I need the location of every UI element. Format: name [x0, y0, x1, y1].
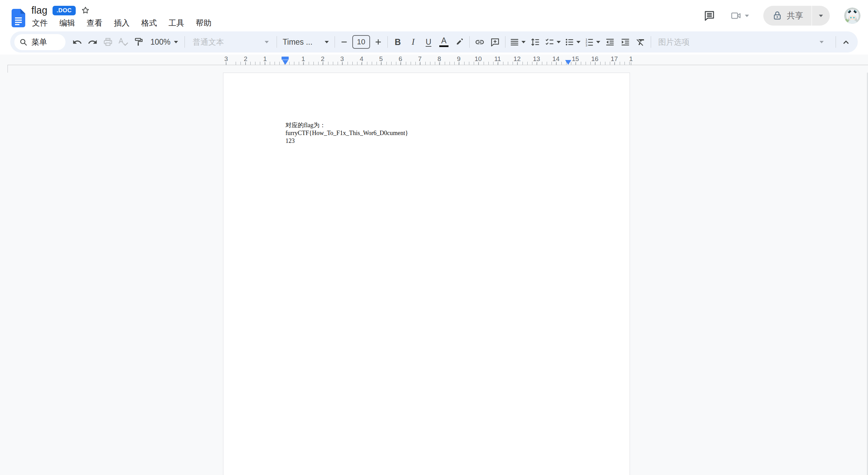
left-indent-triangle[interactable]	[282, 60, 288, 65]
clear-formatting-icon	[636, 37, 646, 47]
redo-button[interactable]	[85, 34, 100, 50]
add-comment-button[interactable]	[487, 34, 503, 50]
redo-icon	[88, 37, 98, 47]
align-icon	[510, 37, 519, 47]
underline-button[interactable]: U	[421, 34, 436, 50]
title-block: flag .DOC 文件 编辑 查看 插入 格式	[31, 2, 216, 29]
highlighter-icon	[454, 37, 464, 47]
plus-icon	[374, 38, 383, 46]
italic-button[interactable]: I	[406, 34, 421, 50]
title-row: flag .DOC	[31, 5, 216, 16]
numbered-list-button[interactable]: 1 2 3	[583, 34, 596, 50]
align-button[interactable]	[508, 34, 521, 50]
hide-menus-button[interactable]	[838, 34, 854, 50]
ruler-number: 5	[379, 55, 383, 63]
divider	[469, 36, 470, 48]
clear-formatting-button[interactable]	[633, 34, 648, 50]
zoom-control[interactable]: 100%	[146, 38, 182, 47]
ruler-baseline	[8, 65, 868, 65]
undo-button[interactable]	[70, 34, 85, 50]
google-docs-app: flag .DOC 文件 编辑 查看 插入 格式	[0, 0, 868, 475]
bulleted-list-caret-icon[interactable]	[576, 41, 580, 43]
align-caret-icon[interactable]	[521, 41, 526, 43]
ruler-number: 4	[360, 55, 364, 63]
checklist-caret-icon[interactable]	[557, 41, 561, 43]
font-family-control[interactable]: Times ...	[279, 38, 332, 47]
increase-font-size-button[interactable]	[371, 34, 385, 50]
user-avatar[interactable]	[844, 8, 860, 24]
chevron-down-icon	[265, 41, 269, 43]
header-bar: flag .DOC 文件 编辑 查看 插入 格式	[0, 0, 868, 31]
image-options-button[interactable]: 图片选项	[653, 37, 694, 47]
menu-edit[interactable]: 编辑	[55, 17, 79, 29]
paragraph-style-control[interactable]: 普通文本	[187, 37, 274, 47]
star-icon[interactable]	[81, 6, 90, 15]
checklist-button[interactable]	[543, 34, 557, 50]
doc-line[interactable]: 对应的flag为：	[285, 121, 630, 129]
highlight-color-button[interactable]	[452, 34, 467, 50]
horizontal-ruler[interactable]: 3 2 1 1 2 3 4 5 6 7 8 9 10 11 12 13 14 1…	[0, 55, 868, 67]
videocam-caret-icon[interactable]	[745, 15, 749, 17]
ruler-number: 15	[572, 55, 579, 63]
bulleted-list-button[interactable]	[563, 34, 576, 50]
docs-logo-icon[interactable]	[12, 9, 25, 28]
share-menu-button[interactable]	[812, 6, 830, 26]
document-text[interactable]: 对应的flag为： furryCTF{How_To_F1x_This_Wor6_…	[285, 121, 630, 145]
text-color-button[interactable]: A	[436, 34, 452, 50]
ruler-number: 2	[321, 55, 325, 63]
italic-icon: I	[412, 37, 415, 47]
line-spacing-button[interactable]	[528, 34, 543, 50]
right-indent-marker[interactable]	[565, 60, 571, 65]
ruler-number: 1	[263, 55, 267, 63]
menu-insert[interactable]: 插入	[110, 17, 134, 29]
ruler-number: 13	[533, 55, 540, 63]
spellcheck-button[interactable]	[116, 34, 131, 50]
comments-button[interactable]	[703, 9, 716, 23]
more-options-caret-icon[interactable]	[820, 41, 824, 43]
line-spacing-icon	[530, 37, 540, 47]
decrease-font-size-button[interactable]	[337, 34, 351, 50]
search-label: 菜单	[31, 37, 47, 47]
font-size-input[interactable]: 10	[352, 35, 370, 49]
insert-link-button[interactable]	[472, 34, 487, 50]
doc-line[interactable]: furryCTF{How_To_F1x_This_Wor6_D0cument}	[285, 129, 630, 137]
decrease-indent-button[interactable]	[602, 34, 618, 50]
share-button[interactable]: 共享	[763, 6, 830, 26]
toolbar: 菜单	[10, 31, 858, 53]
ruler-number: 11	[494, 55, 501, 63]
font-value: Times ...	[283, 38, 312, 47]
document-title[interactable]: flag	[31, 5, 47, 16]
text-color-icon: A	[439, 37, 448, 47]
numbered-list-caret-icon[interactable]	[596, 41, 600, 43]
bulleted-list-icon	[564, 37, 574, 47]
paint-format-button[interactable]	[131, 34, 146, 50]
spellcheck-icon	[118, 37, 128, 47]
menu-tools[interactable]: 工具	[164, 17, 188, 29]
menu-format[interactable]: 格式	[137, 17, 161, 29]
checklist-icon	[545, 37, 555, 47]
style-value: 普通文本	[193, 37, 224, 47]
toolbar-end	[820, 34, 854, 50]
ruler-number: 1	[301, 55, 305, 63]
document-page[interactable]: 对应的flag为： furryCTF{How_To_F1x_This_Wor6_…	[223, 73, 630, 475]
menu-view[interactable]: 查看	[83, 17, 106, 29]
doc-line[interactable]: 123	[285, 137, 630, 145]
right-indent-triangle[interactable]	[565, 60, 571, 65]
join-call-button[interactable]	[731, 10, 749, 21]
ruler-number: 8	[438, 55, 441, 63]
share-main[interactable]: 共享	[763, 6, 811, 26]
print-button[interactable]	[100, 34, 116, 50]
left-indent-marker[interactable]	[282, 57, 289, 65]
ruler-number: 17	[610, 55, 618, 63]
search-menus-button[interactable]: 菜单	[14, 34, 65, 50]
numbered-list-icon: 1 2 3	[584, 37, 594, 47]
menu-bar: 文件 编辑 查看 插入 格式 工具 帮助	[28, 17, 216, 29]
bold-button[interactable]: B	[390, 34, 406, 50]
first-line-indent-marker[interactable]	[282, 57, 289, 60]
menu-file[interactable]: 文件	[28, 17, 52, 29]
menu-help[interactable]: 帮助	[192, 17, 216, 29]
ruler-number: 1	[629, 55, 633, 63]
share-label: 共享	[787, 10, 803, 21]
increase-indent-button[interactable]	[618, 34, 633, 50]
vertical-scrollbar[interactable]	[867, 73, 868, 475]
